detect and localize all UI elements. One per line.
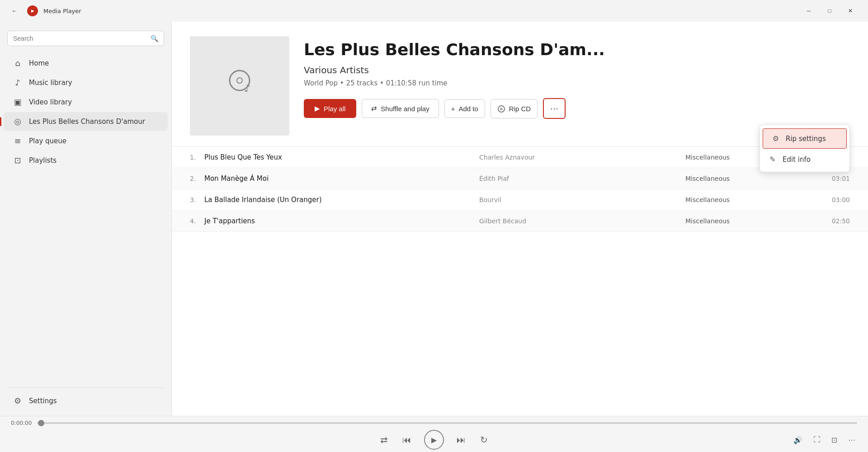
settings-icon: ⚙ xyxy=(13,396,23,405)
search-input[interactable] xyxy=(13,35,147,42)
svg-text:♪: ♪ xyxy=(244,83,250,94)
title-bar-left: ← Media Player xyxy=(7,4,81,18)
table-row[interactable]: 3. La Ballade Irlandaise (Un Oranger) Bo… xyxy=(172,189,868,211)
maximize-button[interactable]: □ xyxy=(819,4,840,18)
album-header: ♪ Les Plus Belles Chansons D'am... Vario… xyxy=(172,22,868,147)
track-title: Plus Bleu Que Tes Yeux xyxy=(204,153,479,161)
video-icon: ▣ xyxy=(13,97,23,107)
sidebar-divider xyxy=(7,387,164,388)
volume-icon: 🔊 xyxy=(793,436,802,444)
volume-button[interactable]: 🔊 xyxy=(792,434,804,446)
disc-icon: ◎ xyxy=(13,117,23,126)
progress-bar-container: 0:00:00 xyxy=(11,420,857,426)
add-to-button[interactable]: + Add to xyxy=(444,99,485,118)
album-art: ♪ xyxy=(190,36,289,136)
rip-settings-item[interactable]: ⚙ Rip settings xyxy=(763,128,847,149)
sidebar-item-settings[interactable]: ⚙ Settings xyxy=(4,391,168,410)
sidebar-item-album-label: Les Plus Belles Chansons D'amour xyxy=(29,118,145,126)
track-title: Je T'appartiens xyxy=(204,217,479,225)
repeat-icon: ↻ xyxy=(480,434,488,445)
album-meta-sep1: • xyxy=(340,79,346,87)
progress-thumb[interactable] xyxy=(38,420,44,426)
main-layout: 🔍 ⌂ Home ♪ Music library ▣ Video library… xyxy=(0,22,868,416)
track-genre: Miscellaneous xyxy=(685,175,823,182)
content-area: ♪ Les Plus Belles Chansons D'am... Vario… xyxy=(172,22,868,416)
home-icon: ⌂ xyxy=(13,58,23,68)
edit-info-item[interactable]: ✎ Edit info xyxy=(760,150,849,169)
track-genre: Miscellaneous xyxy=(685,217,823,225)
album-track-count: 25 tracks xyxy=(346,79,377,87)
music-icon: ♪ xyxy=(13,78,23,87)
play-all-button[interactable]: ▶ Play all xyxy=(304,99,356,118)
play-all-icon: ▶ xyxy=(315,104,320,113)
player-bar: 0:00:00 ⇄ ⏮ ▶ ⏭ ↻ 🔊 ⛶ ⊡ xyxy=(0,416,868,452)
search-box[interactable]: 🔍 xyxy=(7,31,164,46)
track-title: Mon Manège Á Moi xyxy=(204,174,479,183)
play-pause-button[interactable]: ▶ xyxy=(424,430,444,450)
table-row[interactable]: 4. Je T'appartiens Gilbert Bécaud Miscel… xyxy=(172,211,868,232)
sidebar-settings-label: Settings xyxy=(29,397,57,405)
sidebar-item-home-label: Home xyxy=(29,59,49,67)
svg-point-1 xyxy=(237,78,242,83)
shuffle-label: Shuffle and play xyxy=(381,105,429,113)
sidebar-item-playlists-label: Playlists xyxy=(29,156,57,165)
album-meta: World Pop • 25 tracks • 01:10:58 run tim… xyxy=(304,79,850,87)
track-duration: 03:01 xyxy=(823,175,850,182)
sidebar: 🔍 ⌂ Home ♪ Music library ▣ Video library… xyxy=(0,22,172,416)
track-number: 2. xyxy=(190,175,204,182)
track-artist: Gilbert Bécaud xyxy=(479,217,685,225)
album-info: Les Plus Belles Chansons D'am... Various… xyxy=(304,36,850,119)
previous-button[interactable]: ⏮ xyxy=(401,433,413,447)
shuffle-ctrl-icon: ⇄ xyxy=(380,434,388,445)
cast-icon: ⊡ xyxy=(831,436,837,444)
playlist-icon: ⊡ xyxy=(13,155,23,165)
title-bar: ← Media Player ─ □ ✕ xyxy=(0,0,868,22)
progress-track[interactable] xyxy=(37,422,857,424)
cast-button[interactable]: ⊡ xyxy=(830,434,839,446)
sidebar-item-music-label: Music library xyxy=(29,79,72,87)
dropdown-menu: ⚙ Rip settings ✎ Edit info xyxy=(760,124,850,172)
svg-point-3 xyxy=(498,106,505,112)
sidebar-item-home[interactable]: ⌂ Home xyxy=(4,54,168,72)
album-actions: ▶ Play all ⇄ Shuffle and play + Add to xyxy=(304,98,850,119)
expand-icon: ⛶ xyxy=(813,436,821,444)
expand-button[interactable]: ⛶ xyxy=(811,434,822,446)
sidebar-item-playlists[interactable]: ⊡ Playlists xyxy=(4,151,168,170)
edit-icon: ✎ xyxy=(768,155,777,164)
album-title: Les Plus Belles Chansons D'am... xyxy=(304,40,850,59)
track-number: 4. xyxy=(190,217,204,225)
previous-icon: ⏮ xyxy=(402,435,411,445)
back-button[interactable]: ← xyxy=(7,4,22,18)
rip-cd-label: Rip CD xyxy=(509,105,531,113)
rip-cd-button[interactable]: Rip CD xyxy=(491,99,538,118)
shuffle-button[interactable]: ⇄ Shuffle and play xyxy=(362,99,439,118)
add-icon: + xyxy=(451,105,455,113)
album-artist: Various Artists xyxy=(304,65,850,75)
edit-info-label: Edit info xyxy=(783,155,811,164)
sidebar-bottom: ⚙ Settings xyxy=(0,384,171,410)
minimize-button[interactable]: ─ xyxy=(798,4,819,18)
sidebar-item-video-library[interactable]: ▣ Video library xyxy=(4,93,168,111)
album-genre: World Pop xyxy=(304,79,338,87)
more-options-button[interactable]: ⋯ xyxy=(543,98,566,119)
app-icon xyxy=(27,5,38,16)
current-time: 0:00:00 xyxy=(11,420,32,426)
next-button[interactable]: ⏭ xyxy=(455,433,467,447)
track-title: La Ballade Irlandaise (Un Oranger) xyxy=(204,196,479,204)
player-controls: ⇄ ⏮ ▶ ⏭ ↻ 🔊 ⛶ ⊡ ⋯ xyxy=(11,430,857,450)
player-more-button[interactable]: ⋯ xyxy=(846,434,857,446)
next-icon: ⏭ xyxy=(457,435,466,445)
shuffle-control-button[interactable]: ⇄ xyxy=(378,433,390,447)
sidebar-item-current-album[interactable]: ◎ Les Plus Belles Chansons D'amour xyxy=(4,112,168,131)
repeat-button[interactable]: ↻ xyxy=(478,433,490,447)
close-button[interactable]: ✕ xyxy=(840,4,861,18)
track-duration: 03:00 xyxy=(823,196,850,203)
svg-point-4 xyxy=(500,108,502,110)
shuffle-icon: ⇄ xyxy=(371,104,377,113)
sidebar-item-music-library[interactable]: ♪ Music library xyxy=(4,73,168,92)
queue-icon: ≡ xyxy=(13,136,23,146)
rip-settings-label: Rip settings xyxy=(786,135,826,143)
track-number: 3. xyxy=(190,196,204,203)
sidebar-item-play-queue[interactable]: ≡ Play queue xyxy=(4,132,168,150)
sidebar-item-video-label: Video library xyxy=(29,98,72,106)
